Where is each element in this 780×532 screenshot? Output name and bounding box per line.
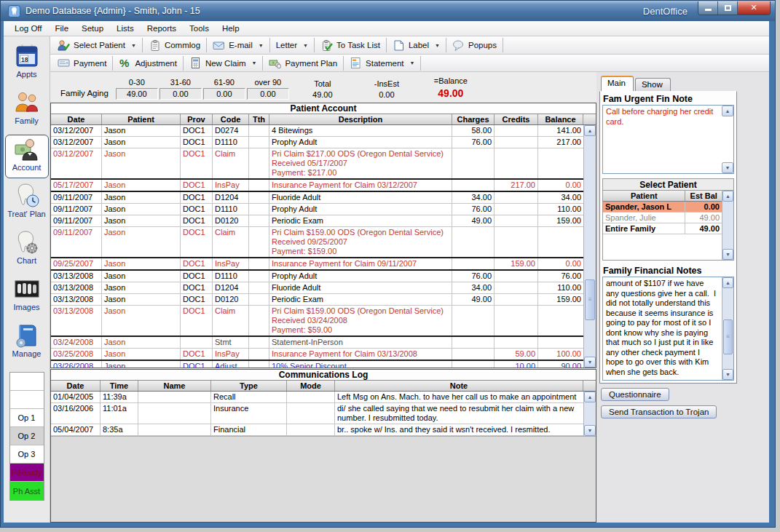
account-row[interactable]: 03/24/2008JasonStmtStatement-InPerson <box>51 337 583 349</box>
select-patient-row[interactable]: Entire Family49.00 <box>603 223 722 234</box>
column-header-est-bal[interactable]: Est Bal <box>685 191 722 201</box>
account-row[interactable]: 05/17/2007JasonDOC1InsPayInsurance Payme… <box>51 180 583 192</box>
dropdown-arrow-icon[interactable]: ▼ <box>303 43 308 48</box>
toolbar-button-letter[interactable]: Letter▼ <box>272 38 312 53</box>
tab-show[interactable]: Show <box>635 78 671 91</box>
column-header-type[interactable]: Type <box>211 381 287 391</box>
column-header-tth[interactable]: Tth <box>249 114 269 124</box>
operatory-cell-empty-1[interactable] <box>10 391 44 409</box>
account-row[interactable]: 03/12/2007JasonDOC1D02744 Bitewings58.00… <box>51 125 583 137</box>
column-header-charges[interactable]: Charges <box>452 114 495 124</box>
column-header-mode[interactable]: Mode <box>287 381 335 391</box>
toolbar-button-adjustment[interactable]: %Adjustment <box>114 55 181 71</box>
dropdown-arrow-icon[interactable]: ▼ <box>131 43 136 48</box>
account-row[interactable]: 09/11/2007JasonDOC1D1204Fluoride Adult34… <box>51 192 583 204</box>
scroll-up-icon[interactable]: ▲ <box>584 125 596 136</box>
minimize-button[interactable] <box>698 1 718 15</box>
toolbar-button-statement[interactable]: Statement▼ <box>345 55 419 71</box>
tab-main[interactable]: Main <box>601 76 634 91</box>
urgent-note-scrollbar[interactable]: ▲ ▼ <box>722 106 733 173</box>
maximize-button[interactable] <box>718 1 738 15</box>
column-header-patient[interactable]: Patient <box>102 114 181 124</box>
operatory-cell-op-2[interactable]: Op 2 <box>10 427 44 445</box>
commlog-row[interactable]: 03/16/200611:01aInsurancedi/ she called … <box>51 403 583 424</box>
menu-item-help[interactable]: Help <box>216 23 246 34</box>
toolbar-button-popups[interactable]: Popups <box>448 38 501 53</box>
urgent-note-box[interactable]: Call before charging her credit card. ▲ … <box>602 105 734 174</box>
toolbar-button-commlog[interactable]: Commlog <box>144 38 205 53</box>
column-header-name[interactable]: Name <box>138 381 211 391</box>
scroll-down-icon[interactable]: ▼ <box>584 357 596 368</box>
menu-item-lists[interactable]: Lists <box>110 23 141 34</box>
toolbar-button-to-task-list[interactable]: To Task List <box>316 38 385 53</box>
account-row[interactable]: 03/25/2008JasonDOC1InsPayInsurance Payme… <box>51 349 583 361</box>
column-header-date[interactable]: Date <box>51 114 102 124</box>
column-header-date[interactable]: Date <box>51 381 101 391</box>
dropdown-arrow-icon[interactable]: ▼ <box>435 43 440 48</box>
select-patient-row[interactable]: Spander, Jason L0.00 <box>603 202 722 213</box>
column-header-credits[interactable]: Credits <box>495 114 538 124</box>
commlog-row[interactable]: 01/04/200511:39aRecallLeft Msg on Ans. M… <box>51 392 583 403</box>
dropdown-arrow-icon[interactable]: ▼ <box>252 60 257 65</box>
operatory-cell-ptready[interactable]: PtReady <box>10 464 44 482</box>
dropdown-arrow-icon[interactable]: ▼ <box>259 43 264 48</box>
account-row[interactable]: 09/11/2007JasonDOC1D1110Prophy Adult76.0… <box>51 204 583 215</box>
menu-item-reports[interactable]: Reports <box>141 23 183 34</box>
toolbar-button-new-claim[interactable]: New Claim▼ <box>185 55 261 71</box>
account-row[interactable]: 09/25/2007JasonDOC1InsPayInsurance Payme… <box>51 258 583 271</box>
account-scrollbar-thumb[interactable]: ≡ <box>585 279 595 320</box>
notes-scrollbar-thumb[interactable]: ≡ <box>723 319 733 354</box>
account-row[interactable]: 03/12/2007JasonDOC1D1110Prophy Adult76.0… <box>51 137 583 148</box>
toolbar-button-label[interactable]: Label▼ <box>388 38 444 53</box>
select-patient-scrollbar[interactable]: ▲ ▼ <box>722 191 733 260</box>
menu-item-log-off[interactable]: Log Off <box>8 23 49 34</box>
commlog-row[interactable]: 05/04/20078:35aFinancialbr.. spoke w/ In… <box>51 424 583 436</box>
toolbar-button-select-patient[interactable]: Select Patient▼ <box>53 38 141 53</box>
scroll-down-icon[interactable]: ▼ <box>584 425 596 436</box>
account-row[interactable]: 03/13/2008JasonDOC1D1110Prophy Adult76.0… <box>51 271 583 282</box>
scroll-up-icon[interactable]: ▲ <box>722 106 733 116</box>
account-row[interactable]: 03/13/2008JasonDOC1ClaimPri Claim $159.0… <box>51 306 583 337</box>
sidebar-module-account[interactable]: Account <box>5 135 49 178</box>
commlog-scrollbar[interactable]: ▲ ▼ <box>583 392 596 436</box>
toolbar-button-e-mail[interactable]: E-mail▼ <box>208 38 268 53</box>
operatory-cell-ph-asst[interactable]: Ph Asst <box>10 482 44 500</box>
close-button[interactable]: ✕ <box>738 1 770 15</box>
toolbar-button-payment[interactable]: Payment <box>53 55 111 71</box>
menu-item-tools[interactable]: Tools <box>183 23 216 34</box>
sidebar-module-family[interactable]: Family <box>5 88 49 132</box>
sidebar-module-manage[interactable]: Manage <box>5 321 49 365</box>
send-transaction-to-trojan-button[interactable]: Send Transaction to Trojan <box>601 405 717 418</box>
scroll-up-icon[interactable]: ▲ <box>584 392 596 402</box>
sidebar-module-chart[interactable]: Chart <box>5 228 49 271</box>
account-row[interactable]: 09/11/2007JasonDOC1D0120Periodic Exam49.… <box>51 215 583 227</box>
column-header-balance[interactable]: Balance <box>538 114 583 124</box>
account-row[interactable]: 03/13/2008JasonDOC1D1204Fluoride Adult34… <box>51 282 583 294</box>
operatory-cell-empty-0[interactable] <box>10 373 44 391</box>
select-patient-row[interactable]: Spander, Julie49.00 <box>603 213 722 223</box>
toolbar-button-payment-plan[interactable]: Payment Plan <box>264 55 342 71</box>
account-row[interactable]: 03/13/2008JasonDOC1D0120Periodic Exam49.… <box>51 294 583 306</box>
column-header-description[interactable]: Description <box>269 114 452 124</box>
sidebar-module-images[interactable]: Images <box>5 274 49 318</box>
scroll-up-icon[interactable]: ▲ <box>722 277 733 288</box>
scroll-down-icon[interactable]: ▼ <box>722 162 733 173</box>
sidebar-module-treat-plan[interactable]: Treat' Plan <box>5 181 49 225</box>
account-row[interactable]: 09/11/2007JasonDOC1ClaimPri Claim $159.0… <box>51 227 583 258</box>
column-header-code[interactable]: Code <box>213 114 249 124</box>
operatory-cell-op-3[interactable]: Op 3 <box>10 445 44 464</box>
financial-notes-scrollbar[interactable]: ▲ ≡ ▼ <box>722 277 733 380</box>
dropdown-arrow-icon[interactable]: ▼ <box>409 60 414 65</box>
sidebar-module-appts[interactable]: 18Appts <box>5 41 49 85</box>
menu-item-file[interactable]: File <box>49 23 76 34</box>
account-row[interactable]: 03/26/2008JasonDOC1Adjust10% Senior Disc… <box>51 361 583 368</box>
account-row[interactable]: 03/12/2007JasonDOC1ClaimPri Claim $217.0… <box>51 148 583 180</box>
questionnaire-button[interactable]: Questionnaire <box>601 388 669 401</box>
menu-item-setup[interactable]: Setup <box>75 23 110 34</box>
scroll-up-icon[interactable]: ▲ <box>722 191 733 202</box>
column-header-prov[interactable]: Prov <box>181 114 213 124</box>
scroll-down-icon[interactable]: ▼ <box>722 249 733 260</box>
column-header-time[interactable]: Time <box>101 381 138 391</box>
column-header-note[interactable]: Note <box>335 381 583 391</box>
operatory-cell-op-1[interactable]: Op 1 <box>10 409 44 427</box>
